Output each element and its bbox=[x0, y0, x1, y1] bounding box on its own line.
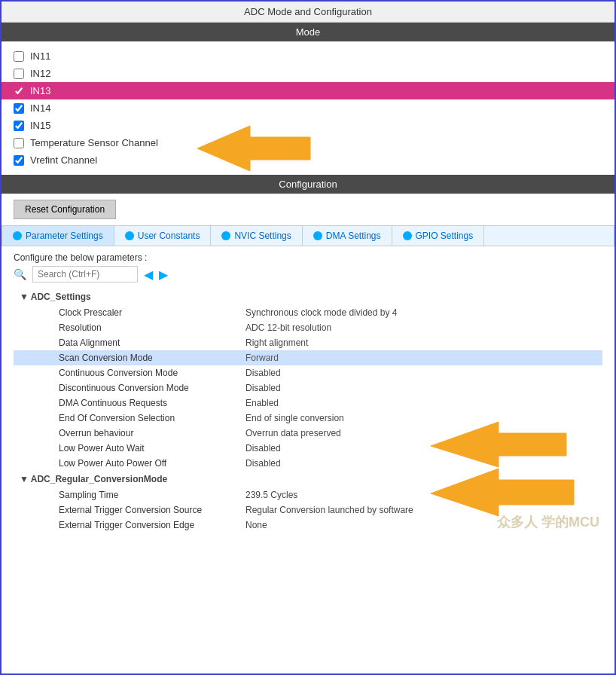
tab-dot-icon bbox=[13, 231, 22, 240]
param-value: End of single conversion bbox=[239, 411, 602, 426]
group-header: ▼ ADC_Regular_ConversionMode bbox=[14, 471, 602, 487]
mode-section: IN11IN12IN13IN14IN15Temperature Sensor C… bbox=[2, 41, 614, 175]
tab-label: DMA Settings bbox=[326, 231, 381, 241]
param-value: Disabled bbox=[239, 365, 602, 380]
tab-dot-icon bbox=[313, 231, 322, 240]
param-name: External Trigger Conversion Source bbox=[14, 502, 239, 518]
page-title: ADC Mode and Configuration bbox=[2, 2, 614, 23]
param-value: Disabled bbox=[239, 380, 602, 396]
param-name: End Of Conversion Selection bbox=[14, 411, 239, 426]
checkbox-label: Vrefint Channel bbox=[30, 154, 97, 166]
param-value: Forward bbox=[239, 350, 602, 365]
checkbox-in14[interactable] bbox=[14, 103, 24, 114]
checkbox-row-in14[interactable]: IN14 bbox=[14, 99, 602, 117]
param-value: Synchronous clock mode divided by 4 bbox=[239, 305, 602, 320]
param-name: Overrun behaviour bbox=[14, 426, 239, 441]
checkbox-label: IN11 bbox=[30, 50, 50, 62]
param-name: Discontinuous Conversion Mode bbox=[14, 380, 239, 396]
param-row[interactable]: Data AlignmentRight alignment bbox=[14, 335, 602, 350]
watermark: 众多人 学的MCU bbox=[497, 513, 599, 531]
param-name: Resolution bbox=[14, 320, 239, 335]
param-name: DMA Continuous Requests bbox=[14, 396, 239, 411]
param-value: Disabled bbox=[239, 441, 602, 456]
search-icon: 🔍 bbox=[14, 268, 26, 280]
param-name: Scan Conversion Mode bbox=[14, 350, 239, 365]
tabs-row: Parameter SettingsUser ConstantsNVIC Set… bbox=[2, 225, 614, 246]
param-row[interactable]: Overrun behaviourOverrun data preserved bbox=[14, 426, 602, 441]
param-row[interactable]: Sampling Time239.5 Cycles bbox=[14, 487, 602, 502]
param-name: Low Power Auto Power Off bbox=[14, 456, 239, 471]
param-value: Enabled bbox=[239, 396, 602, 411]
param-value: Disabled bbox=[239, 456, 602, 471]
param-row[interactable]: Scan Conversion ModeForward bbox=[14, 350, 602, 365]
config-header: Configuration bbox=[2, 175, 614, 194]
checkbox-label: IN14 bbox=[30, 102, 50, 114]
param-name: Clock Prescaler bbox=[14, 305, 239, 320]
param-row[interactable]: Low Power Auto Power OffDisabled bbox=[14, 456, 602, 471]
param-row[interactable]: End Of Conversion SelectionEnd of single… bbox=[14, 411, 602, 426]
tab-label: NVIC Settings bbox=[234, 231, 291, 241]
tab-nvic-settings[interactable]: NVIC Settings bbox=[211, 226, 302, 246]
tab-label: User Constants bbox=[138, 231, 200, 241]
nav-next-icon[interactable]: ▶ bbox=[159, 267, 168, 282]
param-name: Data Alignment bbox=[14, 335, 239, 350]
search-row: 🔍 ◀ ▶ bbox=[14, 266, 602, 283]
param-value: ADC 12-bit resolution bbox=[239, 320, 602, 335]
configure-text: Configure the below parameters : bbox=[14, 252, 602, 263]
config-section: Reset Configuration Parameter SettingsUs… bbox=[2, 194, 614, 539]
reset-config-button[interactable]: Reset Configuration bbox=[14, 200, 116, 219]
param-row[interactable]: Continuous Conversion ModeDisabled bbox=[14, 365, 602, 380]
param-row[interactable]: Clock PrescalerSynchronous clock mode di… bbox=[14, 305, 602, 320]
checkbox-in15[interactable] bbox=[14, 121, 24, 131]
param-name: Low Power Auto Wait bbox=[14, 441, 239, 456]
tab-parameter-settings[interactable]: Parameter Settings bbox=[2, 226, 114, 246]
group-row-ADC_Regular_ConversionMode: ▼ ADC_Regular_ConversionMode bbox=[14, 471, 602, 487]
params-table: ▼ ADC_SettingsClock PrescalerSynchronous… bbox=[14, 289, 602, 533]
checkbox-label: IN15 bbox=[30, 120, 50, 131]
param-row[interactable]: DMA Continuous RequestsEnabled bbox=[14, 396, 602, 411]
param-value: Right alignment bbox=[239, 335, 602, 350]
checkbox-row-temperature-sensor-channel[interactable]: Temperature Sensor Channel bbox=[14, 134, 602, 151]
param-row[interactable]: Low Power Auto WaitDisabled bbox=[14, 441, 602, 456]
group-header: ▼ ADC_Settings bbox=[14, 289, 602, 305]
param-value: Overrun data preserved bbox=[239, 426, 602, 441]
checkbox-label: IN13 bbox=[30, 85, 50, 96]
group-toggle[interactable]: ▼ bbox=[20, 292, 29, 302]
tab-dot-icon bbox=[125, 231, 134, 240]
checkbox-label: IN12 bbox=[30, 68, 50, 79]
checkbox-row-in13[interactable]: IN13 bbox=[2, 82, 614, 99]
checkbox-in12[interactable] bbox=[14, 69, 24, 79]
checkbox-row-vrefint-channel[interactable]: Vrefint Channel bbox=[14, 151, 602, 169]
tab-label: GPIO Settings bbox=[416, 231, 474, 241]
group-toggle[interactable]: ▼ bbox=[20, 474, 29, 484]
checkbox-vrefint-channel[interactable] bbox=[14, 155, 24, 166]
tab-dot-icon bbox=[221, 231, 230, 240]
param-row[interactable]: Discontinuous Conversion ModeDisabled bbox=[14, 380, 602, 396]
checkbox-in11[interactable] bbox=[14, 51, 24, 62]
nav-prev-icon[interactable]: ◀ bbox=[144, 267, 153, 282]
tab-dot-icon bbox=[403, 231, 412, 240]
group-row-ADC_Settings: ▼ ADC_Settings bbox=[14, 289, 602, 305]
param-value: 239.5 Cycles bbox=[239, 487, 602, 502]
search-input[interactable] bbox=[32, 266, 138, 283]
tab-label: Parameter Settings bbox=[26, 231, 103, 241]
checkbox-temperature-sensor-channel[interactable] bbox=[14, 138, 24, 148]
checkbox-row-in15[interactable]: IN15 bbox=[14, 117, 602, 134]
param-name: External Trigger Conversion Edge bbox=[14, 518, 239, 533]
param-row[interactable]: ResolutionADC 12-bit resolution bbox=[14, 320, 602, 335]
checkbox-row-in12[interactable]: IN12 bbox=[14, 65, 602, 82]
param-name: Continuous Conversion Mode bbox=[14, 365, 239, 380]
tab-dma-settings[interactable]: DMA Settings bbox=[303, 226, 392, 246]
param-name: Sampling Time bbox=[14, 487, 239, 502]
checkbox-label: Temperature Sensor Channel bbox=[30, 137, 158, 148]
tab-gpio-settings[interactable]: GPIO Settings bbox=[392, 226, 485, 246]
mode-header: Mode bbox=[2, 23, 614, 41]
tab-user-constants[interactable]: User Constants bbox=[114, 226, 212, 246]
checkbox-in13[interactable] bbox=[14, 86, 24, 96]
checkbox-row-in11[interactable]: IN11 bbox=[14, 47, 602, 65]
